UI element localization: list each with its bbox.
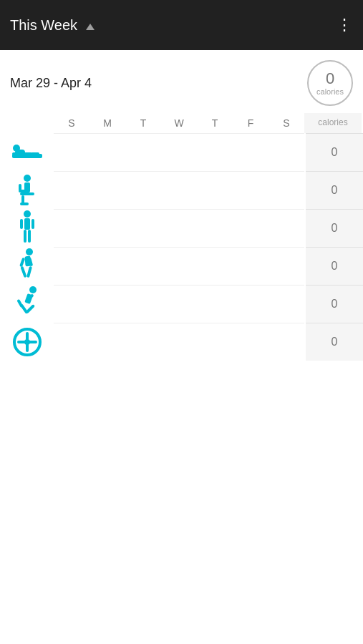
running-icon	[13, 286, 42, 322]
day-label-tue: T	[125, 113, 161, 133]
app-header: This Week ⋮	[0, 0, 363, 50]
standing-thu	[197, 209, 233, 247]
header-left: This Week	[10, 17, 95, 34]
svg-rect-23	[26, 265, 32, 277]
running-day-cells	[54, 285, 306, 323]
svg-point-24	[29, 286, 37, 293]
sleeping-fri	[233, 133, 268, 171]
driving-day-cells	[54, 323, 306, 361]
date-row: Mar 29 - Apr 4 0 calories	[0, 50, 363, 113]
svg-rect-33	[26, 343, 29, 352]
day-header-row: S M T W T F S calories	[54, 113, 363, 133]
walking-icon	[15, 248, 39, 284]
walking-mon	[89, 247, 125, 285]
running-sun	[54, 285, 89, 323]
sleeping-sun	[54, 133, 89, 171]
driving-fri	[233, 323, 268, 361]
driving-sat	[268, 323, 304, 361]
walking-icon-cell	[0, 247, 54, 285]
sitting-sun	[54, 171, 89, 209]
sitting-day-cells	[54, 171, 306, 209]
svg-rect-15	[32, 219, 34, 229]
day-label-sun: S	[54, 113, 89, 133]
walking-wed	[161, 247, 197, 285]
sleeping-icon	[11, 142, 44, 162]
standing-sun	[54, 209, 89, 247]
svg-rect-17	[28, 230, 31, 243]
standing-fri	[233, 209, 268, 247]
standing-mon	[89, 209, 125, 247]
driving-icon-cell	[0, 323, 54, 361]
walking-day-cells	[54, 247, 306, 285]
sitting-tue	[125, 171, 161, 209]
svg-rect-32	[26, 332, 29, 341]
calories-badge-value: 0	[326, 70, 334, 87]
running-mon	[89, 285, 125, 323]
sitting-fri	[233, 171, 268, 209]
driving-thu	[197, 323, 233, 361]
sitting-icon	[14, 174, 40, 207]
activity-row-running: 0	[0, 285, 363, 323]
svg-point-2	[13, 145, 20, 152]
running-wed	[161, 285, 197, 323]
activity-row-sitting: 0	[0, 171, 363, 209]
activity-row-standing: 0	[0, 209, 363, 247]
svg-rect-22	[20, 265, 26, 277]
svg-rect-29	[25, 303, 34, 313]
svg-point-18	[26, 248, 33, 255]
more-options-icon[interactable]: ⋮	[337, 17, 353, 33]
svg-rect-11	[19, 190, 27, 192]
sleeping-sat	[268, 133, 304, 171]
calories-col-header: calories	[304, 113, 362, 133]
svg-rect-9	[20, 203, 29, 205]
running-tue	[125, 285, 161, 323]
standing-sat	[268, 209, 304, 247]
walking-sun	[54, 247, 89, 285]
day-label-sat: S	[268, 113, 304, 133]
standing-wed	[161, 209, 197, 247]
activity-row-driving: 0	[0, 323, 363, 361]
sitting-thu	[197, 171, 233, 209]
sitting-calories: 0	[306, 171, 363, 209]
svg-rect-14	[20, 219, 23, 229]
sleeping-tue	[125, 133, 161, 171]
day-label-mon: M	[89, 113, 125, 133]
day-label-fri: F	[233, 113, 268, 133]
driving-tue	[125, 323, 161, 361]
driving-wed	[161, 323, 197, 361]
activity-row-walking: 0	[0, 247, 363, 285]
svg-rect-35	[29, 341, 37, 343]
svg-point-12	[24, 210, 31, 218]
date-range: Mar 29 - Apr 4	[10, 76, 92, 91]
calories-badge: 0 calories	[307, 60, 353, 106]
driving-calories: 0	[306, 323, 363, 361]
sleeping-day-cells	[54, 133, 306, 171]
running-sat	[268, 285, 304, 323]
walking-calories: 0	[306, 247, 363, 285]
walking-tue	[125, 247, 161, 285]
walking-fri	[233, 247, 268, 285]
standing-day-cells	[54, 209, 306, 247]
running-icon-cell	[0, 285, 54, 323]
walking-sat	[268, 247, 304, 285]
sleeping-mon	[89, 133, 125, 171]
sitting-sat	[268, 171, 304, 209]
svg-rect-34	[17, 341, 26, 343]
page-title: This Week	[10, 17, 77, 34]
driving-mon	[89, 323, 125, 361]
walking-thu	[197, 247, 233, 285]
sleeping-thu	[197, 133, 233, 171]
svg-rect-20	[19, 257, 25, 267]
svg-rect-13	[24, 218, 30, 230]
sleeping-calories: 0	[306, 133, 363, 171]
svg-point-5	[24, 175, 31, 182]
sitting-icon-cell	[0, 171, 54, 209]
sitting-wed	[161, 171, 197, 209]
driving-sun	[54, 323, 89, 361]
calories-badge-label: calories	[316, 87, 344, 96]
standing-icon-cell	[0, 209, 54, 247]
running-thu	[197, 285, 233, 323]
svg-rect-3	[12, 152, 32, 155]
activity-grid: S M T W T F S calories	[0, 113, 363, 361]
day-label-thu: T	[197, 113, 233, 133]
